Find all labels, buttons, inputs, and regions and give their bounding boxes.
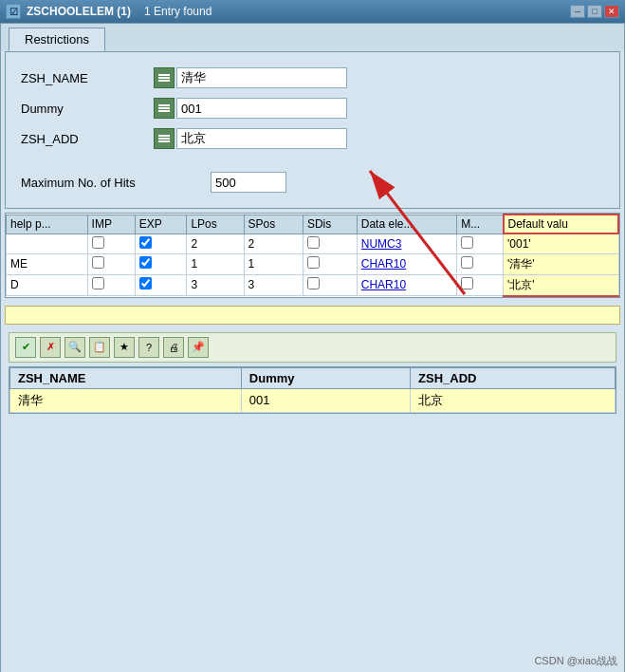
- cell-imp-2: [87, 274, 135, 296]
- result-col-zshadd: ZSH_ADD: [411, 367, 616, 388]
- link-numc3[interactable]: NUMC3: [361, 237, 402, 251]
- cell-imp-1: [87, 253, 135, 274]
- cell-default-0: '001': [504, 233, 618, 253]
- tab-bar: Restrictions: [1, 24, 624, 51]
- col-sdis: SDis: [303, 215, 357, 233]
- toolbar-copy-button[interactable]: 📋: [89, 337, 110, 358]
- link-char10-1[interactable]: CHAR10: [361, 257, 406, 271]
- checkbox-m-2[interactable]: [461, 277, 473, 289]
- title-entry-count: 1 Entry found: [144, 5, 211, 18]
- field-label-zshname: ZSH_NAME: [21, 71, 154, 85]
- toolbar-check-button[interactable]: ✔: [15, 337, 36, 358]
- checkbox-sdis-2[interactable]: [307, 277, 320, 289]
- cell-spos-2: 3: [244, 274, 303, 296]
- tab-restrictions[interactable]: Restrictions: [9, 28, 105, 51]
- cell-exp-0: [135, 233, 187, 253]
- yellow-bar: [5, 306, 620, 325]
- field-row-dummy: Dummy: [21, 98, 604, 119]
- field-input-zshadd[interactable]: [176, 128, 347, 149]
- cell-help-2: D: [7, 274, 88, 296]
- checkbox-exp-1[interactable]: [139, 256, 152, 269]
- checkbox-imp-0[interactable]: [92, 236, 104, 249]
- cell-sdis-2: [303, 274, 357, 296]
- title-bar: ☑ ZSCHOOLELEM (1) 1 Entry found ─ □ ✕: [0, 0, 625, 23]
- maximize-button[interactable]: □: [587, 5, 602, 18]
- col-default: Default valu: [504, 215, 618, 233]
- bottom-toolbar: ✔ ✗ 🔍 📋 ★ ? 🖨 📌: [9, 332, 616, 363]
- field-label-zshadd: ZSH_ADD: [21, 132, 154, 146]
- result-cell-zshname: 清华: [10, 388, 242, 412]
- cell-dataele-2: CHAR10: [357, 274, 456, 296]
- checkbox-sdis-0[interactable]: [307, 236, 320, 249]
- checkbox-sdis-1[interactable]: [307, 256, 320, 269]
- cell-sdis-1: [303, 253, 357, 274]
- cell-spos-1: 1: [244, 253, 303, 274]
- cell-lpos-0: 2: [187, 233, 244, 253]
- close-button[interactable]: ✕: [604, 5, 619, 18]
- checkbox-exp-0[interactable]: [139, 236, 152, 249]
- result-col-zshname: ZSH_NAME: [10, 367, 242, 388]
- toolbar-print-button[interactable]: 🖨: [163, 337, 184, 358]
- toolbar-search-button[interactable]: 🔍: [64, 337, 85, 358]
- cell-exp-2: [135, 274, 187, 296]
- result-table-container: ZSH_NAME Dummy ZSH_ADD 清华 001 北京: [9, 366, 616, 414]
- field-button-zshname[interactable]: [154, 67, 175, 88]
- col-spos: SPos: [244, 215, 303, 233]
- minimize-button[interactable]: ─: [570, 5, 585, 18]
- cell-default-2: '北京': [504, 274, 618, 296]
- cell-dataele-0: NUMC3: [357, 233, 456, 253]
- field-row-zshadd: ZSH_ADD: [21, 128, 604, 149]
- checkbox-imp-2[interactable]: [92, 277, 104, 289]
- cell-m-2: [457, 274, 504, 296]
- checkbox-imp-1[interactable]: [92, 256, 104, 269]
- max-hits-row: Maximum No. of Hits: [21, 164, 604, 193]
- main-window: Restrictions ZSH_NAME Dummy: [0, 23, 625, 672]
- checkbox-exp-2[interactable]: [139, 277, 152, 289]
- field-input-dummy[interactable]: [176, 98, 347, 119]
- cell-exp-1: [135, 253, 187, 274]
- toolbar-cancel-button[interactable]: ✗: [40, 337, 61, 358]
- result-table: ZSH_NAME Dummy ZSH_ADD 清华 001 北京: [9, 367, 616, 413]
- table-row: 2 2 NUMC3 '001': [7, 233, 619, 253]
- watermark: CSDN @xiao战战: [534, 654, 617, 668]
- cell-help-0: [7, 233, 88, 253]
- max-hits-label: Maximum No. of Hits: [21, 176, 211, 190]
- toolbar-star-button[interactable]: ★: [114, 337, 135, 358]
- table-row: D 3 3 CHAR10 '北京': [7, 274, 619, 296]
- checkbox-m-0[interactable]: [461, 236, 473, 249]
- app-icon: ☑: [6, 4, 21, 19]
- col-m: M...: [457, 215, 504, 233]
- cell-m-0: [457, 233, 504, 253]
- result-section: ZSH_NAME Dummy ZSH_ADD 清华 001 北京: [9, 366, 616, 414]
- toolbar-help-button[interactable]: ?: [138, 337, 159, 358]
- col-lpos: LPos: [187, 215, 244, 233]
- result-col-dummy: Dummy: [241, 367, 410, 388]
- result-cell-dummy: 001: [241, 388, 410, 412]
- cell-m-1: [457, 253, 504, 274]
- result-cell-zshadd: 北京: [411, 388, 616, 412]
- col-imp: IMP: [87, 215, 135, 233]
- col-help: help p...: [7, 215, 88, 233]
- field-group-dummy: [154, 98, 347, 119]
- upper-table-container: help p... IMP EXP LPos SPos SDis Data el…: [5, 213, 620, 298]
- cell-imp-0: [87, 233, 135, 253]
- cell-spos-0: 2: [244, 233, 303, 253]
- result-table-row: 清华 001 北京: [10, 388, 616, 412]
- field-label-dummy: Dummy: [21, 102, 154, 116]
- max-hits-input[interactable]: [211, 172, 286, 193]
- cell-dataele-1: CHAR10: [357, 253, 456, 274]
- toolbar-pin-button[interactable]: 📌: [188, 337, 209, 358]
- checkbox-m-1[interactable]: [461, 256, 473, 269]
- cell-help-1: ME: [7, 253, 88, 274]
- field-group-zshname: [154, 67, 347, 88]
- cell-lpos-1: 1: [187, 253, 244, 274]
- upper-table: help p... IMP EXP LPos SPos SDis Data el…: [6, 214, 619, 297]
- link-char10-2[interactable]: CHAR10: [361, 278, 406, 291]
- cell-lpos-2: 3: [187, 274, 244, 296]
- title-app: ZSCHOOLELEM (1): [27, 5, 131, 18]
- field-input-zshname[interactable]: [176, 67, 347, 88]
- table-row: ME 1 1 CHAR10 '清华': [7, 253, 619, 274]
- field-button-dummy[interactable]: [154, 98, 175, 119]
- field-row-zshname: ZSH_NAME: [21, 67, 604, 88]
- field-button-zshadd[interactable]: [154, 128, 175, 149]
